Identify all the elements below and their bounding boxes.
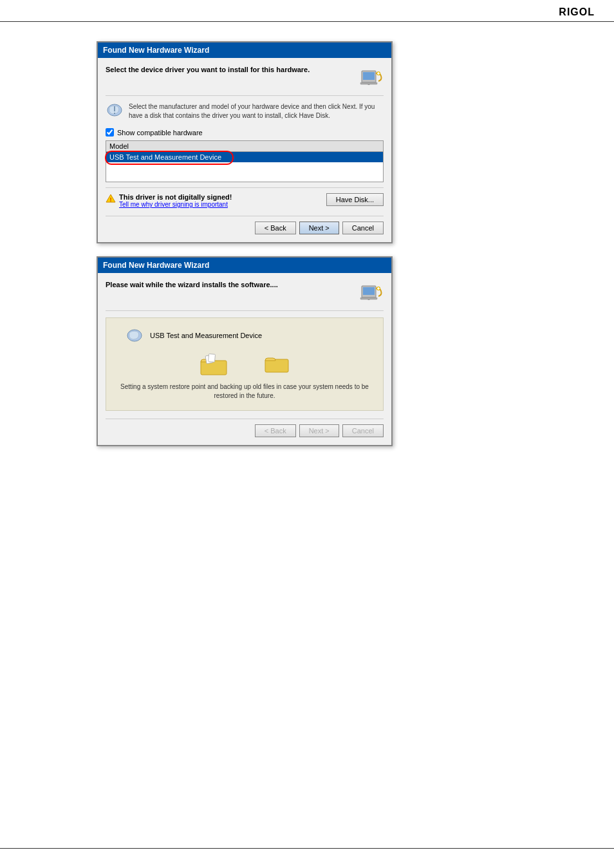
page-footer (0, 848, 614, 855)
dialog1-buttons: < Back Next > Cancel (106, 216, 384, 234)
brand-logo: RIGOL (559, 6, 595, 18)
hardware-wizard-icon (359, 66, 384, 90)
install-device-icon (126, 328, 144, 343)
dialog2-cancel-button[interactable]: Cancel (342, 424, 384, 437)
dialog2-header-text: Please wait while the wizard installs th… (106, 281, 359, 288)
dialog2-next-button[interactable]: Next > (299, 424, 339, 437)
driver-warning-text-block: This driver is not digitally signed! Tel… (119, 193, 232, 208)
dest-folder-icon (264, 353, 290, 375)
model-column-header: Model (106, 141, 383, 152)
svg-point-6 (114, 113, 115, 114)
dialog1-instruction-text: Select the manufacturer and model of you… (129, 102, 384, 120)
page-header: RIGOL (0, 0, 614, 22)
dialog2-titlebar: Found New Hardware Wizard (98, 258, 391, 273)
instruction-icon (106, 102, 124, 118)
driver-signing-link[interactable]: Tell me why driver signing is important (119, 201, 232, 208)
install-animation-row (200, 353, 290, 375)
warning-triangle-icon: ! (106, 193, 116, 203)
driver-warning-text: This driver is not digitally signed! (119, 193, 232, 201)
dialog1-back-button[interactable]: < Back (255, 222, 296, 234)
install-area: USB Test and Measurement Device (106, 317, 384, 411)
dialog1-body: Select the device driver you want to ins… (98, 58, 391, 242)
svg-rect-3 (360, 82, 377, 84)
model-table-empty-area (106, 162, 383, 182)
show-compatible-row: Show compatible hardware (106, 128, 384, 137)
source-folder-icon (200, 353, 225, 375)
dialog2-window: Found New Hardware Wizard Please wait wh… (97, 256, 393, 446)
install-status-text: Setting a system restore point and backi… (113, 382, 377, 401)
dialog2-buttons: < Back Next > Cancel (106, 419, 384, 437)
dialog1-cancel-button[interactable]: Cancel (342, 222, 384, 234)
show-compatible-checkbox[interactable] (106, 128, 114, 137)
svg-text:!: ! (110, 196, 112, 203)
svg-rect-1 (363, 72, 375, 80)
dialog2-body: Please wait while the wizard installs th… (98, 273, 391, 445)
dialog2-back-button[interactable]: < Back (255, 424, 296, 437)
install-device-text: USB Test and Measurement Device (150, 332, 262, 339)
dialog1-instruction: Select the manufacturer and model of you… (106, 102, 384, 120)
show-compatible-label: Show compatible hardware (117, 129, 203, 137)
dialog2-title: Found New Hardware Wizard (103, 261, 209, 270)
svg-rect-18 (265, 359, 288, 372)
model-item-label: USB Test and Measurement Device (109, 153, 221, 161)
svg-rect-12 (360, 297, 377, 299)
svg-rect-10 (363, 287, 375, 295)
dialog1-header-text: Select the device driver you want to ins… (106, 66, 359, 73)
model-table-row-selected[interactable]: USB Test and Measurement Device (106, 152, 383, 162)
driver-warning-section: ! This driver is not digitally signed! T… (106, 187, 384, 208)
install-device-row: USB Test and Measurement Device (113, 328, 377, 343)
dialog1-next-button[interactable]: Next > (299, 222, 339, 234)
dialog1-header-section: Select the device driver you want to ins… (106, 66, 384, 96)
driver-warning-left: ! This driver is not digitally signed! T… (106, 193, 232, 208)
dialog1-title: Found New Hardware Wizard (103, 46, 209, 55)
hardware-wizard-icon-2 (359, 281, 384, 305)
page-content: Found New Hardware Wizard Select the dev… (0, 22, 614, 466)
svg-rect-17 (208, 354, 215, 362)
have-disk-button[interactable]: Have Disk... (326, 193, 384, 206)
svg-rect-15 (201, 361, 227, 375)
dialog2-header-section: Please wait while the wizard installs th… (106, 281, 384, 311)
dialog1-titlebar: Found New Hardware Wizard (98, 42, 391, 58)
model-table: Model USB Test and Measurement Device (106, 140, 384, 182)
dialog1-window: Found New Hardware Wizard Select the dev… (97, 41, 393, 243)
